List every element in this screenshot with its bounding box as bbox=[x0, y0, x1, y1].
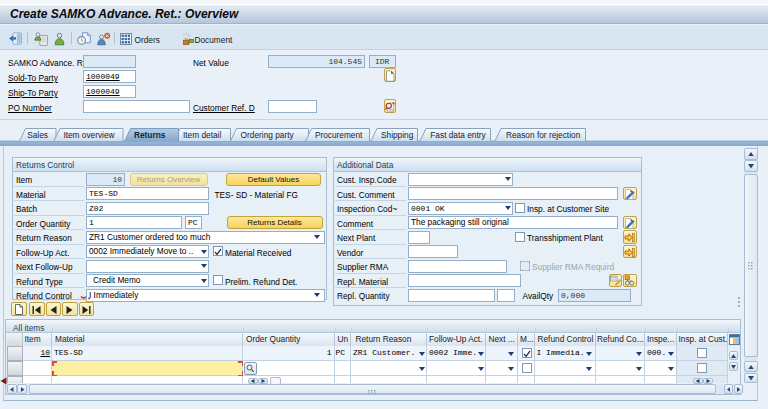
svg-text:Ordering party: Ordering party bbox=[241, 130, 295, 140]
svg-text:Fast data entry: Fast data entry bbox=[430, 130, 486, 140]
svg-text:Returns: Returns bbox=[134, 130, 166, 140]
svg-text:Item detail: Item detail bbox=[183, 130, 221, 140]
svg-text:Item overview: Item overview bbox=[63, 130, 115, 140]
svg-text:Reason for rejection: Reason for rejection bbox=[506, 130, 581, 140]
svg-text:Sales: Sales bbox=[27, 130, 48, 140]
svg-text:Shipping: Shipping bbox=[381, 130, 414, 140]
svg-text:Procurement: Procurement bbox=[315, 130, 363, 140]
